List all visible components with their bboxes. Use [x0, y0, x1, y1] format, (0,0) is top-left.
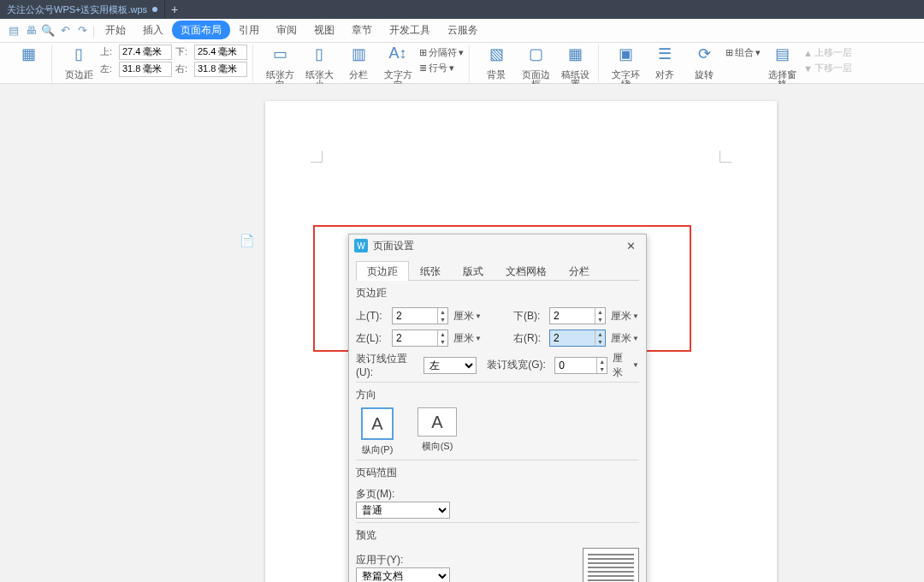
paper-size-button[interactable]: ▯纸张大小: [301, 45, 337, 82]
tab-title: 关注公众号WPS+送实用模板.wps: [7, 3, 147, 16]
undo-icon[interactable]: ↶: [56, 22, 74, 39]
breaks-button[interactable]: ⊞ 分隔符 ▾: [419, 46, 464, 60]
margin-top-input[interactable]: [119, 45, 172, 60]
dialog-title: 页面设置: [373, 239, 615, 253]
orient-section-title: 方向: [356, 383, 639, 404]
margin-top-label: 上:: [100, 45, 117, 58]
label-bottom: 下(B):: [513, 309, 544, 324]
input-right[interactable]: ▲▼: [549, 330, 606, 347]
preview-icon[interactable]: 🔍: [39, 22, 56, 39]
rotate-button[interactable]: ⟳旋转: [686, 45, 722, 82]
menu-视图[interactable]: 视图: [305, 21, 343, 39]
save-icon[interactable]: ▤: [5, 22, 22, 39]
margin-left-input[interactable]: [119, 62, 172, 77]
input-left[interactable]: ▲▼: [392, 330, 448, 347]
grid-settings-button[interactable]: ▦稿纸设置: [557, 45, 593, 82]
unit-dropdown[interactable]: ▼: [632, 312, 639, 320]
menu-章节[interactable]: 章节: [343, 21, 381, 39]
theme-button[interactable]: ▦: [10, 45, 46, 82]
separator: |: [92, 25, 95, 37]
orientation-button[interactable]: ▭纸张方向: [262, 45, 298, 82]
close-button[interactable]: ✕: [620, 237, 641, 254]
unit-dropdown[interactable]: ▼: [632, 335, 639, 342]
unit-dropdown[interactable]: ▼: [475, 312, 482, 320]
select-gutter-pos[interactable]: 左: [424, 357, 477, 374]
label-applyto: 应用于(Y):: [356, 553, 411, 567]
print-icon[interactable]: 🖶: [22, 22, 39, 39]
line-number-button[interactable]: ≣ 行号 ▾: [419, 62, 464, 75]
orientation-portrait[interactable]: A 纵向(P): [356, 407, 399, 456]
dialog-tab-0[interactable]: 页边距: [356, 261, 409, 281]
move-down-button[interactable]: ▼ 下移一层: [803, 62, 852, 75]
new-tab-button[interactable]: +: [165, 0, 184, 19]
menu-开始[interactable]: 开始: [97, 21, 134, 39]
preview-page-icon: [583, 548, 639, 582]
margin-right-label: 右:: [175, 62, 192, 75]
title-bar: 关注公众号WPS+送实用模板.wps +: [0, 0, 924, 19]
text-direction-button[interactable]: A↕文字方向: [380, 45, 416, 82]
unit-dropdown[interactable]: ▼: [475, 335, 482, 342]
move-up-button[interactable]: ▲ 上移一层: [803, 46, 852, 60]
canvas: 📄 W 页面设置 ✕ 页边距纸张版式文档网格分栏 页边距 上(T): ▲▼ 厘米…: [0, 84, 924, 582]
menu-页面布局[interactable]: 页面布局: [172, 21, 230, 39]
label-multipage: 多页(M):: [356, 487, 411, 502]
margin-bottom-input[interactable]: [194, 45, 247, 60]
ribbon: ▦ ▯页边距 上: 左: 下: 右: ▭纸张方向 ▯纸张大小 ▥分栏 A↕文字方…: [0, 43, 924, 84]
orientation-landscape[interactable]: A 横向(S): [416, 407, 459, 456]
input-top[interactable]: ▲▼: [392, 307, 448, 324]
margin-left-label: 左:: [100, 62, 117, 75]
margin-mark: [720, 151, 732, 163]
group-button[interactable]: ⊞ 组合 ▾: [726, 46, 761, 60]
menu-插入[interactable]: 插入: [134, 21, 172, 39]
dialog-tab-2[interactable]: 版式: [452, 261, 495, 281]
label-gutter-width: 装订线宽(G):: [487, 358, 549, 372]
dialog-tab-3[interactable]: 文档网格: [495, 261, 558, 281]
select-multipage[interactable]: 普通: [356, 502, 450, 519]
menu-开发工具[interactable]: 开发工具: [381, 21, 439, 39]
select-pane-button[interactable]: ▤选择窗格: [764, 45, 800, 82]
select-applyto[interactable]: 整篇文档: [356, 567, 450, 582]
menu-云服务[interactable]: 云服务: [439, 21, 487, 39]
label-gutter-pos: 装订线位置(U):: [356, 352, 418, 378]
menu-引用[interactable]: 引用: [230, 21, 268, 39]
menu-bar: ▤ 🖶 🔍 ↶ ↷ | 开始插入页面布局引用审阅视图章节开发工具云服务: [0, 19, 924, 43]
columns-button[interactable]: ▥分栏: [341, 45, 376, 82]
input-gutter-width[interactable]: ▲▼: [554, 357, 607, 374]
menu-审阅[interactable]: 审阅: [268, 21, 305, 39]
preview-section-title: 预览: [356, 523, 639, 544]
label-right: 右(R):: [513, 331, 544, 346]
dialog-tab-4[interactable]: 分栏: [558, 261, 601, 281]
paragraph-icon: 📄: [240, 234, 254, 247]
page-margin-button[interactable]: ▯页边距: [61, 45, 97, 82]
text-wrap-button[interactable]: ▣文字环绕: [607, 45, 643, 82]
page-border-button[interactable]: ▢页面边框: [518, 45, 554, 82]
document-tab[interactable]: 关注公众号WPS+送实用模板.wps: [0, 0, 165, 19]
margin-mark: [311, 151, 323, 163]
unit-dropdown[interactable]: ▼: [632, 361, 639, 369]
margin-bottom-label: 下:: [175, 45, 192, 58]
app-icon: W: [354, 239, 368, 252]
redo-icon[interactable]: ↷: [74, 22, 91, 39]
tab-modified-dot: [152, 7, 157, 12]
align-button[interactable]: ☰对齐: [647, 45, 683, 82]
input-bottom[interactable]: ▲▼: [549, 307, 606, 324]
dialog-tab-1[interactable]: 纸张: [409, 261, 452, 281]
range-section-title: 页码范围: [356, 460, 639, 482]
label-top: 上(T):: [356, 309, 387, 324]
margin-right-input[interactable]: [194, 62, 247, 77]
dialog-tabs: 页边距纸张版式文档网格分栏: [356, 260, 639, 281]
page-setup-dialog: W 页面设置 ✕ 页边距纸张版式文档网格分栏 页边距 上(T): ▲▼ 厘米▼ …: [348, 234, 647, 582]
background-button[interactable]: ▧背景: [478, 45, 514, 82]
margin-section-title: 页边距: [356, 281, 639, 302]
label-left: 左(L):: [356, 331, 387, 346]
